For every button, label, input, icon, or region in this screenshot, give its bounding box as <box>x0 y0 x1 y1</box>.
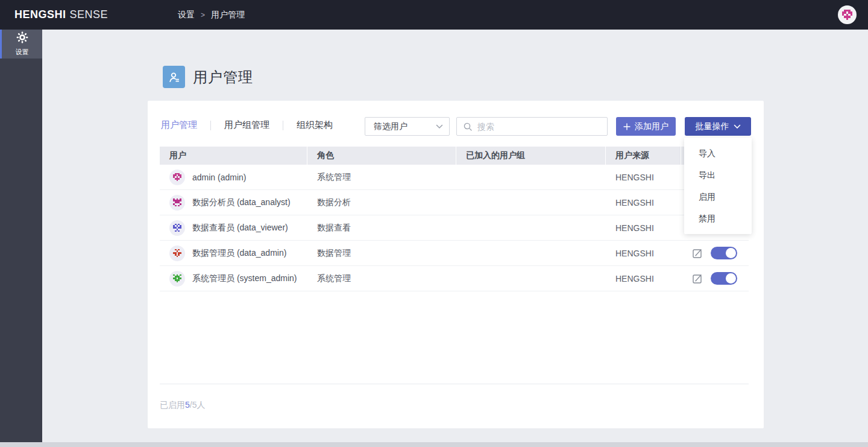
topbar: HENGSHISENSE 设置 > 用户管理 <box>0 0 868 30</box>
column-header-source: 用户来源 <box>606 147 681 165</box>
breadcrumb-separator: > <box>201 11 205 19</box>
breadcrumb: 设置 > 用户管理 <box>178 10 245 21</box>
source-cell: HENGSHI <box>606 165 681 189</box>
bottom-scrollbar-track[interactable] <box>0 442 868 447</box>
plus-icon <box>623 123 631 130</box>
identicon <box>173 249 181 258</box>
sidebar-item-settings[interactable]: 设置 <box>0 30 42 59</box>
column-header-user: 用户 <box>160 147 307 165</box>
table-header-row: 用户 角色 已加入的用户组 用户来源 <box>160 147 749 165</box>
user-name: 数据管理员 (data_admin) <box>192 248 286 259</box>
source-cell: HENGSHI <box>606 266 681 291</box>
groups-cell <box>456 241 606 265</box>
source-cell: HENGSHI <box>606 215 681 240</box>
user-cell: 数据管理员 (data_admin) <box>160 241 307 265</box>
menu-item-enable[interactable]: 启用 <box>684 186 752 208</box>
chevron-down-icon <box>734 124 741 129</box>
user-cell: 数据分析员 (data_analyst) <box>160 190 307 215</box>
batch-actions-menu: 导入 导出 启用 禁用 <box>684 138 752 234</box>
identicon <box>173 224 181 232</box>
groups-cell <box>456 190 606 215</box>
chevron-down-icon <box>436 124 443 129</box>
breadcrumb-item-settings[interactable]: 设置 <box>178 10 195 21</box>
app-window: HENGSHISENSE 设置 > 用户管理 <box>0 0 868 447</box>
identicon <box>173 274 181 283</box>
identicon <box>173 173 181 182</box>
tab-org-structure[interactable]: 组织架构 <box>295 119 334 131</box>
column-header-role: 角色 <box>307 147 456 165</box>
actions-cell <box>681 266 749 291</box>
role-cell: 数据管理 <box>307 241 456 265</box>
table-body: admin (admin)系统管理HENGSHI数据分析员 (data_anal… <box>160 165 749 291</box>
page-title: 用户管理 <box>193 68 253 87</box>
tab-user-management[interactable]: 用户管理 <box>160 119 198 131</box>
brand-logo: HENGSHISENSE <box>14 8 108 21</box>
brand-light: SENSE <box>70 8 108 21</box>
add-user-label: 添加用户 <box>635 121 668 132</box>
user-name: 数据分析员 (data_analyst) <box>192 197 291 208</box>
sidebar: 设置 <box>0 30 42 442</box>
batch-actions-label: 批量操作 <box>696 121 729 132</box>
menu-item-import[interactable]: 导入 <box>684 142 752 164</box>
user-avatar-icon <box>842 10 852 20</box>
search-input[interactable] <box>477 122 601 132</box>
source-cell: HENGSHI <box>606 190 681 215</box>
source-cell: HENGSHI <box>606 241 681 265</box>
row-avatar <box>169 246 185 261</box>
user-name: 数据查看员 (data_viewer) <box>192 223 288 233</box>
user-management-icon <box>163 66 185 88</box>
filter-users-select[interactable]: 筛选用户 <box>365 117 450 136</box>
tab-divider <box>283 121 283 130</box>
actions-cell <box>681 241 749 265</box>
sidebar-item-label: 设置 <box>16 48 29 57</box>
enabled-users-summary: 已启用5/5人 <box>160 400 205 411</box>
edit-icon <box>692 273 703 284</box>
row-avatar <box>169 271 185 287</box>
user-name: admin (admin) <box>192 173 246 182</box>
user-management-panel: 用户管理 用户组管理 组织架构 筛选用户 添加用户 批量操作 <box>148 101 764 428</box>
role-cell: 系统管理 <box>307 266 456 291</box>
table-row: admin (admin)系统管理HENGSHI <box>160 165 749 190</box>
edit-user-button[interactable] <box>692 273 703 284</box>
user-cell: 数据查看员 (data_viewer) <box>160 215 307 240</box>
user-enabled-toggle[interactable] <box>711 247 737 259</box>
users-table: 用户 角色 已加入的用户组 用户来源 admin (admin)系统管理HENG… <box>160 147 749 291</box>
breadcrumb-item-user-management[interactable]: 用户管理 <box>211 10 245 21</box>
table-row: 数据管理员 (data_admin)数据管理HENGSHI <box>160 241 749 266</box>
edit-user-button[interactable] <box>692 248 703 259</box>
role-cell: 数据分析 <box>307 190 456 215</box>
search-icon <box>463 122 473 132</box>
page-head: 用户管理 <box>163 66 253 88</box>
user-cell: admin (admin) <box>160 165 307 189</box>
batch-actions-button[interactable]: 批量操作 <box>685 117 751 136</box>
row-avatar <box>169 220 185 236</box>
groups-cell <box>456 165 606 189</box>
search-box <box>456 117 608 136</box>
tab-divider <box>210 121 211 130</box>
footer-divider <box>160 384 749 384</box>
gear-icon <box>16 31 28 46</box>
row-avatar <box>169 195 185 211</box>
user-avatar[interactable] <box>838 5 857 24</box>
enabled-count: 5 <box>185 400 190 410</box>
enabled-prefix: 已启用 <box>160 400 185 410</box>
add-user-button[interactable]: 添加用户 <box>616 117 676 136</box>
filter-users-value: 筛选用户 <box>374 121 436 132</box>
menu-item-export[interactable]: 导出 <box>684 164 752 186</box>
role-cell: 数据查看 <box>307 215 456 240</box>
user-cell: 系统管理员 (system_admin) <box>160 266 307 291</box>
user-enabled-toggle[interactable] <box>711 272 737 285</box>
table-row: 数据分析员 (data_analyst)数据分析HENGSHI <box>160 190 749 215</box>
edit-icon <box>692 248 703 259</box>
groups-cell <box>456 215 606 240</box>
tab-user-group-management[interactable]: 用户组管理 <box>223 119 271 131</box>
menu-item-disable[interactable]: 禁用 <box>684 208 752 229</box>
identicon <box>173 198 181 207</box>
row-avatar <box>169 170 185 185</box>
brand-bold: HENGSHI <box>14 8 66 21</box>
enabled-suffix: /5人 <box>190 400 206 410</box>
tab-bar: 用户管理 用户组管理 组织架构 <box>160 119 334 131</box>
table-row: 系统管理员 (system_admin)系统管理HENGSHI <box>160 266 749 291</box>
groups-cell <box>456 266 606 291</box>
table-row: 数据查看员 (data_viewer)数据查看HENGSHI <box>160 215 749 241</box>
